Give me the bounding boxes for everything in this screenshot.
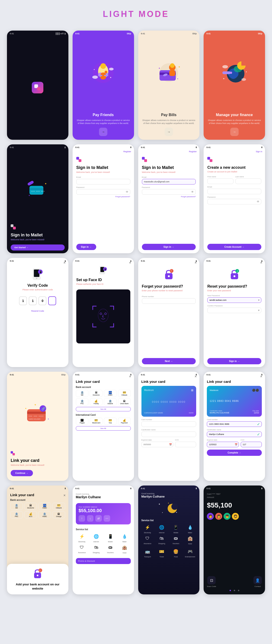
code-box-3[interactable]: 0 bbox=[39, 296, 46, 305]
nav-dot-3[interactable] bbox=[238, 590, 239, 591]
forgot-link[interactable]: Forgot password? bbox=[76, 196, 130, 198]
email-input[interactable] bbox=[76, 179, 130, 184]
code-box-2[interactable]: 1 bbox=[29, 296, 37, 305]
nav-dot-1[interactable] bbox=[229, 590, 231, 591]
service-trans[interactable]: 🚌 Transport bbox=[141, 549, 154, 558]
close-btn[interactable]: × bbox=[63, 261, 65, 265]
phone-input[interactable] bbox=[142, 298, 196, 304]
close-btn[interactable]: × bbox=[129, 374, 131, 379]
bank-item-aabank[interactable]: 🏦 Aabank bbox=[104, 398, 117, 406]
service-inet[interactable]: 🌐 Internet bbox=[156, 525, 168, 534]
service-ent[interactable]: 🎮 Entertainment bbox=[184, 549, 196, 558]
firstname-input[interactable] bbox=[207, 178, 233, 184]
action-more[interactable]: ⋯ bbox=[104, 515, 110, 522]
eye-icon[interactable]: 👁 bbox=[126, 190, 128, 194]
bank-item-hsbc[interactable]: 🏧 HSBC bbox=[104, 390, 117, 397]
action-send[interactable]: ↑ bbox=[79, 515, 85, 522]
bank-item-union[interactable]: 🏛 Union Bank bbox=[118, 398, 131, 406]
close-btn[interactable]: × bbox=[194, 261, 197, 265]
intl-payoneer[interactable]: 💰 Payoneer bbox=[118, 418, 131, 425]
avatar-1[interactable]: 🧑 bbox=[207, 513, 214, 520]
action-receive[interactable]: ↓ bbox=[87, 515, 93, 522]
register-link[interactable]: Register bbox=[189, 150, 197, 153]
nav-dot-2[interactable] bbox=[234, 590, 235, 591]
intl-mastercard[interactable]: 💳 Mastercard bbox=[90, 418, 103, 425]
see-all-btn[interactable]: See All bbox=[76, 407, 131, 411]
bank-citi[interactable]: 💳 Citibank bbox=[52, 503, 65, 510]
service-food[interactable]: 🍔 Food bbox=[170, 549, 182, 558]
contact-btn[interactable]: 👤 Contact bbox=[253, 576, 262, 588]
service-shop[interactable]: 🛍 Shopping bbox=[156, 536, 168, 545]
expiry-input[interactable] bbox=[207, 442, 239, 447]
bank-item-sbi[interactable]: 🏦 SBI bbox=[76, 390, 89, 397]
password-input[interactable] bbox=[142, 189, 196, 195]
continue-btn[interactable]: Continue → bbox=[11, 470, 33, 476]
bank-item-deutsche[interactable]: 🏛 Deutsche bbox=[90, 390, 103, 397]
skip-btn[interactable]: Skip bbox=[192, 32, 197, 35]
close-btn[interactable]: × bbox=[260, 374, 262, 379]
next-btn[interactable]: → bbox=[165, 128, 173, 136]
bank-sbi[interactable]: 🏦 SBI bbox=[10, 503, 23, 510]
bank-pnc[interactable]: 🏦 PNC bbox=[10, 511, 23, 518]
service-tick[interactable]: 🎫 Ticket bbox=[156, 549, 168, 558]
cardholder-input[interactable] bbox=[207, 432, 262, 437]
cardnum-input[interactable] bbox=[207, 421, 262, 427]
service-water[interactable]: 💧 Water bbox=[118, 534, 131, 543]
service-hot[interactable]: 🏨 Hotel bbox=[184, 536, 196, 545]
newpass-input[interactable] bbox=[207, 297, 261, 303]
password-input[interactable] bbox=[207, 199, 261, 204]
promo-banner[interactable]: Promo & Discount bbox=[76, 558, 131, 564]
expiry-input[interactable] bbox=[141, 442, 173, 447]
service-vouchers[interactable]: 🎟 Vouchers bbox=[104, 545, 116, 554]
bank-acs[interactable]: 💰 ACS bbox=[24, 511, 37, 518]
service-internet[interactable]: 🌐 Internet bbox=[90, 534, 102, 543]
cardholder-input[interactable] bbox=[141, 432, 196, 437]
signin-btn[interactable]: Sign in → bbox=[76, 244, 96, 250]
forgot-link[interactable]: Forgot password? bbox=[142, 196, 196, 198]
skip-btn[interactable]: Skip bbox=[127, 32, 131, 35]
skip-btn[interactable]: Skip bbox=[258, 32, 262, 35]
avatar-3[interactable]: 👦 bbox=[223, 513, 230, 520]
bank-item-fidelity[interactable]: 💰 Fidelity bbox=[90, 398, 103, 406]
eye-icon[interactable]: 👁 bbox=[191, 190, 194, 194]
avatar-2[interactable]: 👩 bbox=[215, 513, 222, 520]
service-mob[interactable]: 📱 Mobile bbox=[170, 525, 182, 534]
close-btn[interactable]: × bbox=[194, 374, 197, 379]
bank-hsbc2[interactable]: 🏦 HSBC bbox=[38, 511, 51, 518]
next-btn[interactable]: Next → bbox=[142, 358, 196, 364]
email-input[interactable] bbox=[142, 179, 196, 184]
email-input[interactable] bbox=[207, 189, 261, 194]
signin-btn[interactable]: Sign in → bbox=[142, 244, 196, 250]
service-assurance[interactable]: 🛡 Assurance bbox=[76, 545, 88, 554]
bank-hsbc[interactable]: 🏧 HSBC bbox=[38, 503, 51, 510]
service-mobile[interactable]: 📱 Mobile bbox=[104, 534, 116, 543]
bank-item-pnc[interactable]: 🏦 PNC bbox=[76, 398, 89, 406]
password-input[interactable] bbox=[76, 189, 130, 195]
close-btn[interactable]: × bbox=[129, 261, 131, 265]
lastname-input[interactable] bbox=[235, 178, 261, 184]
service-shopping[interactable]: 🛍 Shopping bbox=[90, 545, 102, 554]
next-btn[interactable]: → bbox=[230, 128, 239, 136]
scan-btn[interactable]: ⊡ Scan Code bbox=[207, 576, 216, 588]
confirm-input[interactable] bbox=[207, 308, 261, 313]
action-transfer[interactable]: ⇄ bbox=[95, 515, 102, 522]
code-box-4[interactable] bbox=[48, 296, 56, 305]
create-account-btn[interactable]: Create Account → bbox=[207, 244, 261, 250]
cardnum-input[interactable] bbox=[141, 421, 196, 427]
service-hotel[interactable]: 🏨 Hotel bbox=[118, 545, 131, 554]
complete-btn[interactable]: Complete → bbox=[207, 450, 262, 456]
dropdown-icon-2[interactable]: ▾ bbox=[258, 309, 259, 312]
see-all-btn-2[interactable]: See All bbox=[76, 426, 131, 430]
cvv-input[interactable] bbox=[241, 442, 262, 447]
intl-visa[interactable]: 💳 Visa bbox=[104, 418, 117, 425]
service-vouch[interactable]: 🎟 Vouchers bbox=[170, 536, 182, 545]
close-btn[interactable]: × bbox=[63, 493, 65, 498]
intl-paypal[interactable]: 🅿 Paypal bbox=[76, 418, 89, 425]
eye-icon[interactable]: 👁 bbox=[257, 200, 259, 203]
cvv-input[interactable] bbox=[175, 442, 196, 447]
signin-link[interactable]: Sign In bbox=[256, 150, 262, 153]
service-electricity[interactable]: ⚡ Electricity bbox=[76, 534, 88, 543]
get-started-btn[interactable]: Get Started → bbox=[11, 244, 65, 250]
close-btn[interactable]: × bbox=[260, 261, 262, 265]
skip-btn[interactable]: Skip bbox=[61, 374, 66, 376]
